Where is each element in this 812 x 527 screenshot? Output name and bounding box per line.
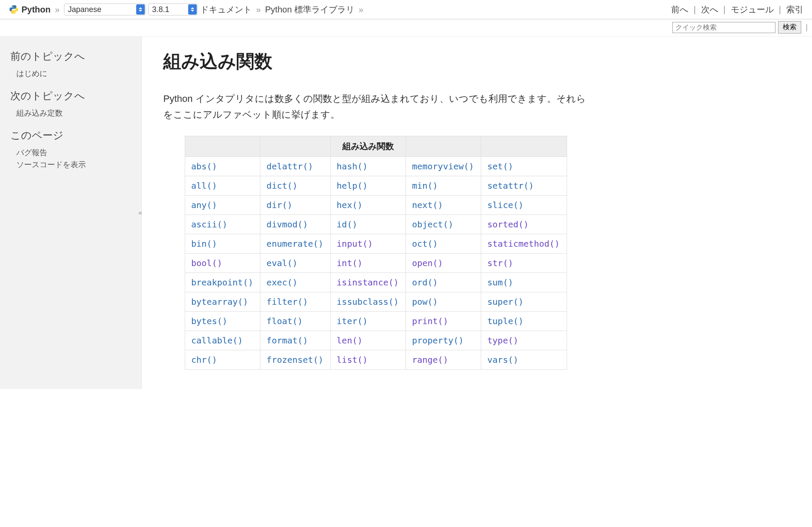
- search-input[interactable]: [672, 22, 775, 33]
- search-button[interactable]: 検索: [778, 21, 801, 34]
- function-link[interactable]: float(): [266, 316, 302, 326]
- function-link[interactable]: frozenset(): [266, 355, 323, 365]
- function-link[interactable]: isinstance(): [337, 277, 399, 288]
- function-link[interactable]: bytearray(): [191, 297, 248, 307]
- version-select[interactable]: 3.8.1: [148, 3, 198, 15]
- function-link[interactable]: pow(): [412, 297, 438, 307]
- function-link[interactable]: print(): [412, 316, 448, 326]
- function-link[interactable]: object(): [412, 219, 453, 230]
- function-link[interactable]: min(): [412, 181, 438, 191]
- function-link[interactable]: property(): [412, 335, 464, 346]
- sidebar-thispage-heading: このページ: [10, 129, 131, 142]
- function-link[interactable]: filter(): [266, 297, 308, 307]
- function-link[interactable]: bin(): [191, 239, 217, 249]
- table-cell: len(): [330, 331, 406, 350]
- function-link[interactable]: dict(): [266, 181, 297, 191]
- table-row: bin()enumerate()input()oct()staticmethod…: [185, 234, 567, 253]
- function-link[interactable]: next(): [412, 200, 443, 210]
- table-cell: vars(): [481, 350, 567, 369]
- table-header-blank: [260, 136, 330, 156]
- function-link[interactable]: setattr(): [487, 181, 534, 191]
- table-header-title: 組み込み関数: [330, 136, 406, 156]
- function-link[interactable]: callable(): [191, 335, 243, 346]
- function-link[interactable]: sorted(): [487, 219, 528, 230]
- function-link[interactable]: list(): [337, 355, 368, 365]
- sidebar-prev-link[interactable]: はじめに: [16, 68, 131, 79]
- function-link[interactable]: open(): [412, 258, 443, 268]
- function-link[interactable]: enumerate(): [266, 239, 323, 249]
- table-cell: type(): [481, 331, 567, 350]
- function-link[interactable]: delattr(): [266, 161, 313, 172]
- breadcrumb-docs[interactable]: ドキュメント: [200, 4, 252, 15]
- table-cell: abs(): [185, 156, 260, 176]
- language-select[interactable]: Japanese: [64, 3, 146, 15]
- function-link[interactable]: ascii(): [191, 219, 227, 230]
- function-link[interactable]: help(): [337, 181, 368, 191]
- sidebar-bug-report-link[interactable]: バグ報告: [16, 147, 131, 158]
- function-link[interactable]: memoryview(): [412, 161, 474, 172]
- function-link[interactable]: abs(): [191, 161, 217, 172]
- table-cell: issubclass(): [330, 292, 406, 311]
- sidebar-next-link[interactable]: 組み込み定数: [16, 108, 131, 118]
- function-link[interactable]: exec(): [266, 277, 297, 288]
- function-link[interactable]: dir(): [266, 200, 292, 210]
- function-link[interactable]: str(): [487, 258, 513, 268]
- function-link[interactable]: range(): [412, 355, 448, 365]
- function-link[interactable]: input(): [337, 239, 373, 249]
- function-link[interactable]: type(): [487, 335, 518, 346]
- sidebar-next-heading: 次のトピックへ: [10, 89, 131, 103]
- separator: »: [53, 5, 61, 15]
- function-link[interactable]: hex(): [337, 200, 363, 210]
- table-row: bytes()float()iter()print()tuple(): [185, 311, 567, 331]
- table-cell: next(): [406, 195, 481, 214]
- table-cell: format(): [260, 331, 330, 350]
- function-link[interactable]: divmod(): [266, 219, 308, 230]
- function-link[interactable]: bool(): [191, 258, 222, 268]
- table-cell: bool(): [185, 253, 260, 273]
- table-cell: dir(): [260, 195, 330, 214]
- breadcrumb-stdlib[interactable]: Python 標準ライブラリ: [265, 4, 354, 15]
- table-cell: delattr(): [260, 156, 330, 176]
- function-link[interactable]: staticmethod(): [487, 239, 560, 249]
- function-link[interactable]: int(): [337, 258, 363, 268]
- nav-prev[interactable]: 前へ: [671, 4, 688, 15]
- nav-modules[interactable]: モジュール: [731, 4, 774, 15]
- table-cell: enumerate(): [260, 234, 330, 253]
- table-cell: min(): [406, 176, 481, 195]
- function-link[interactable]: sum(): [487, 277, 513, 288]
- function-link[interactable]: tuple(): [487, 316, 523, 326]
- sidebar-show-source-link[interactable]: ソースコードを表示: [16, 159, 131, 170]
- function-link[interactable]: slice(): [487, 200, 523, 210]
- function-link[interactable]: id(): [337, 219, 357, 230]
- table-row: breakpoint()exec()isinstance()ord()sum(): [185, 273, 567, 292]
- table-cell: sorted(): [481, 214, 567, 234]
- function-link[interactable]: issubclass(): [337, 297, 399, 307]
- function-link[interactable]: hash(): [337, 161, 368, 172]
- function-link[interactable]: all(): [191, 181, 217, 191]
- sidebar-collapse-icon[interactable]: «: [138, 209, 142, 217]
- table-cell: all(): [185, 176, 260, 195]
- table-cell: callable(): [185, 331, 260, 350]
- brand-link[interactable]: Python: [21, 5, 51, 15]
- separator: |: [722, 5, 727, 15]
- function-link[interactable]: chr(): [191, 355, 217, 365]
- function-link[interactable]: oct(): [412, 239, 438, 249]
- function-link[interactable]: set(): [487, 161, 513, 172]
- function-link[interactable]: ord(): [412, 277, 438, 288]
- function-link[interactable]: any(): [191, 200, 217, 210]
- function-link[interactable]: len(): [337, 335, 363, 346]
- table-cell: frozenset(): [260, 350, 330, 369]
- function-link[interactable]: format(): [266, 335, 308, 346]
- table-cell: object(): [406, 214, 481, 234]
- page-title: 組み込み関数: [163, 49, 812, 74]
- nav-next[interactable]: 次へ: [701, 4, 718, 15]
- nav-index[interactable]: 索引: [786, 4, 803, 15]
- table-cell: iter(): [330, 311, 406, 331]
- function-link[interactable]: bytes(): [191, 316, 227, 326]
- function-link[interactable]: vars(): [487, 355, 518, 365]
- function-link[interactable]: eval(): [266, 258, 297, 268]
- table-cell: oct(): [406, 234, 481, 253]
- function-link[interactable]: iter(): [337, 316, 368, 326]
- function-link[interactable]: super(): [487, 297, 523, 307]
- function-link[interactable]: breakpoint(): [191, 277, 253, 288]
